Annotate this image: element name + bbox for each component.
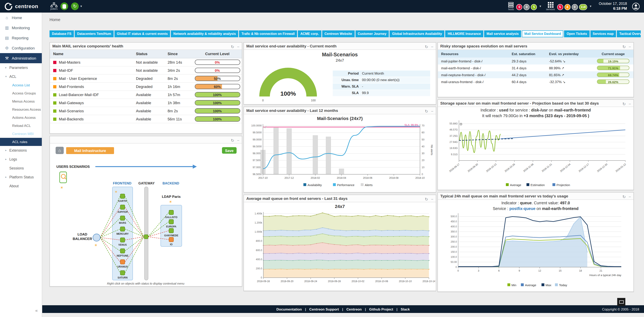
sidebar-section-sessions[interactable]: Sessions [0,164,42,173]
svg-text:9: 9 [518,269,520,272]
tab-trafic-nb-connection-on-firewall[interactable]: Trafic & Nb connection on Firewall [239,30,297,37]
months-chart: 96.500097.000097.500098.000098.500099.00… [244,122,435,193]
sidebar-section-platform-status[interactable]: ▸Platform Status [0,173,42,182]
sidebar-item-access-list[interactable]: Access List [0,81,42,89]
frontend-node-venus[interactable] [120,238,125,242]
level-cell: 50% [193,76,242,81]
sidebar-section-parameters[interactable]: ▸Parameters [0,63,42,72]
database-poller-icon[interactable] [60,2,68,10]
sidebar-item-access-groups[interactable]: Access Groups [0,89,42,97]
minimize-icon[interactable]: − [431,197,434,201]
sidebar-item-administration[interactable]: ⚒Administration [0,53,42,63]
sidebar-item-home[interactable]: ⌂Home [0,12,42,23]
sidebar-collapse-button[interactable]: « [35,308,38,313]
refresh-icon[interactable]: ↻ [622,102,626,106]
minimize-icon[interactable]: − [431,109,434,113]
status-badge-unknown[interactable]: 0 [524,4,530,10]
widget-actions: ↻− [228,136,240,143]
sidebar-item-monitoring[interactable]: ▥Monitoring [0,23,42,33]
tab-customer-journey[interactable]: Customer Journey [355,30,389,37]
refresh-icon[interactable]: ↻ [425,109,428,113]
tab-mail-service-analysis[interactable]: Mail service analysis [484,30,521,37]
sidebar-section-about[interactable]: About [0,182,42,191]
tab-acme-corp[interactable]: ACME corp. [298,30,322,37]
tab-datacenters-tem-hum[interactable]: Datacenters Tem/Hum [75,30,114,37]
tab-global-infrastructure-availability[interactable]: Global Infrastructure Availability [390,30,444,37]
tab-mail-service-dashboard[interactable]: Mail Service Dashboard [522,30,564,37]
sidebar-section-logs[interactable]: ▸Logs [0,155,42,164]
refresh-icon[interactable]: ↻ [622,194,626,199]
configuration-icon: ⚙ [4,46,10,50]
user-menu[interactable] [632,2,640,10]
backend-node-europa[interactable] [169,220,174,224]
tab-open-tickets[interactable]: Open Tickets [564,30,590,37]
backend-node-ganymede[interactable] [169,228,174,233]
backend-node-gallisto[interactable] [169,210,174,215]
section-label: Platform Status [9,175,34,179]
frontend-node-earth[interactable] [120,194,125,198]
chevron-down-icon[interactable]: ▾ [80,4,82,8]
backend-node-io[interactable] [169,237,174,242]
refresh-icon[interactable]: ↻ [425,44,428,49]
minimize-icon[interactable]: − [237,138,240,142]
load-balancer-node[interactable] [93,234,100,241]
footer-link-github-project[interactable]: Github Project [369,307,393,311]
fullscreen-toggle-icon[interactable] [617,298,625,306]
sidebar-item-reload-acl[interactable]: Reload ACL [0,122,42,130]
sidebar-item-acl-rules[interactable]: ACL rules [0,138,42,146]
sidebar-item-actions-access[interactable]: Actions Access [0,113,42,122]
frontend-node-mercury[interactable] [120,227,125,231]
sidebar-item-configuration[interactable]: ⚙Configuration [0,43,42,53]
status-text: Available [136,109,168,113]
frontend-node-mars[interactable] [120,216,125,220]
refresh-icon[interactable]: ↻ [622,44,626,49]
hosts-status[interactable]: hosts 005 ▾ [508,2,541,10]
gateway-node[interactable] [144,235,148,239]
status-badge-ok[interactable]: 5 [531,4,537,10]
tab-network-availability-reliability-analysis[interactable]: Network availability & reliability analy… [171,30,238,37]
minimize-icon[interactable]: − [628,194,631,199]
frontend-node-saturn[interactable] [120,271,125,275]
sync-poller-icon[interactable]: ↻ [71,2,79,10]
status-badge-warning[interactable]: 4 [564,4,570,10]
frontend-node-uranus[interactable] [120,260,125,264]
refresh-icon[interactable]: ↻ [425,197,428,201]
sidebar-item-menus-access[interactable]: Menus Access [0,97,42,105]
breadcrumb[interactable]: Home [50,17,60,22]
tab-global-it-status-current-events[interactable]: Global IT status & current events [114,30,170,37]
minimize-icon[interactable]: − [628,102,631,106]
services-status[interactable]: services 540118 ▾ [546,2,592,10]
status-badge-ok[interactable]: 118 [579,4,588,10]
status-badge-unknown[interactable]: 0 [572,4,578,10]
sidebar-item-centreon-mbi[interactable]: Centreon MBI [0,130,42,138]
widget-title: Main MAIL service components' health [52,44,228,48]
tab-hillmore-insurance[interactable]: HILLMORE Insurance [445,30,483,37]
chevron-down-icon[interactable]: ▾ [590,4,592,8]
tab-centreon-website[interactable]: Centreon Website [322,30,354,37]
tab-tactical-overview[interactable]: Tactical Overview [617,30,641,37]
minimize-icon[interactable]: − [237,44,240,49]
footer-link-slack[interactable]: Slack [401,307,410,311]
centreon-logo[interactable]: centreon [4,2,45,11]
footer-link-centreon[interactable]: Centreon [346,307,362,311]
sidebar-item-reporting[interactable]: ▤Reporting [0,33,42,43]
refresh-icon[interactable]: ↻ [231,138,234,142]
minimize-icon[interactable]: − [628,44,631,49]
sidebar-section-extensions[interactable]: ▸Extensions [0,146,42,155]
pollers-menu[interactable]: pollers [50,2,58,10]
gauge-subheading: 24x7 [244,57,436,63]
tab-database-fs[interactable]: Database FS [50,30,74,37]
svg-text:97.5000: 97.5000 [252,159,262,162]
footer-link-documentation[interactable]: Documentation [276,307,302,311]
sidebar-section-acl[interactable]: ▾ACL [0,72,42,81]
refresh-icon[interactable]: ↻ [231,44,234,49]
tab-services-map[interactable]: Services map [590,30,616,37]
frontend-node-jupiter[interactable] [120,205,125,209]
status-badge-critical[interactable]: 0 [516,4,522,10]
chevron-down-icon[interactable]: ▾ [540,4,541,8]
status-badge-critical[interactable]: 5 [557,4,563,10]
frontend-node-neptune[interactable] [120,249,125,253]
minimize-icon[interactable]: − [431,44,434,49]
sidebar-item-resources-access[interactable]: Resources Access [0,105,42,113]
footer-link-centreon-support[interactable]: Centreon Support [309,307,339,311]
